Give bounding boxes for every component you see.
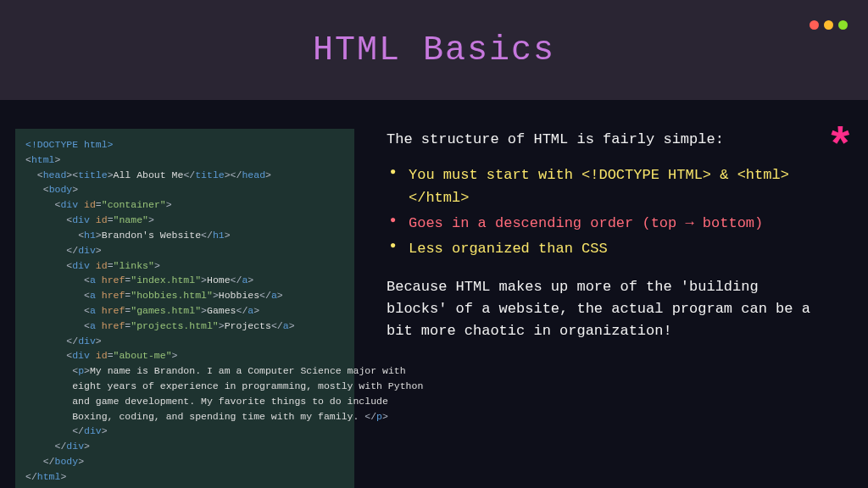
code-tag: div — [78, 336, 96, 347]
code-text: Projects — [225, 320, 271, 331]
code-attr: id — [96, 214, 108, 225]
code-tag: p — [376, 411, 382, 422]
code-attr: id — [96, 260, 108, 271]
asterisk-icon: * — [826, 124, 854, 171]
code-attr: href — [102, 274, 125, 286]
header-bar: HTML Basics — [0, 0, 868, 100]
code-tag: div — [66, 441, 84, 452]
code-tag: title — [195, 169, 225, 180]
code-tag: div — [72, 350, 90, 361]
code-tag: html — [31, 154, 55, 165]
maximize-icon[interactable] — [838, 20, 848, 30]
close-icon[interactable] — [810, 20, 819, 30]
code-tag: h1 — [213, 230, 225, 241]
code-tag: a — [90, 274, 96, 286]
code-tag: body — [55, 456, 79, 467]
code-attr: href — [102, 305, 125, 316]
outro-text: Because HTML makes up more of the 'build… — [387, 276, 819, 343]
code-tag: div — [72, 214, 90, 225]
code-val: "about-me" — [114, 350, 172, 361]
intro-text: The structure of HTML is fairly simple: — [387, 129, 819, 151]
code-tag: div — [72, 260, 90, 271]
code-tag: div — [78, 245, 96, 256]
code-tag: a — [90, 320, 96, 331]
code-val: "games.html" — [131, 305, 201, 316]
list-item: Goes in a descending order (top → bottom… — [387, 213, 819, 235]
code-tag: html — [37, 471, 61, 482]
bullet-list: You must start with <!DOCTYPE HTML> & <h… — [387, 164, 819, 260]
code-val: "container" — [102, 199, 166, 210]
code-text: Home — [207, 274, 231, 286]
code-tag: p — [78, 365, 84, 376]
code-attr: id — [96, 350, 108, 361]
content-area: <!DOCTYPE html> <html> <head><title>All … — [0, 100, 868, 488]
list-item: You must start with <!DOCTYPE HTML> & <h… — [387, 164, 819, 209]
code-tag: h1 — [84, 230, 96, 241]
code-tag: div — [84, 425, 102, 436]
code-tag: head — [242, 169, 265, 180]
code-attr: href — [102, 290, 125, 301]
code-text: Games — [207, 305, 236, 316]
code-text: Hobbies — [219, 290, 259, 301]
code-tag: div — [60, 199, 78, 210]
code-val: "links" — [114, 260, 154, 271]
code-attr: href — [102, 320, 125, 331]
explanation-column: * The structure of HTML is fairly simple… — [387, 129, 853, 488]
code-val: "projects.html" — [131, 320, 219, 331]
code-tag: a — [271, 290, 277, 301]
window-controls — [810, 20, 848, 30]
minimize-icon[interactable] — [824, 20, 833, 30]
code-tag: a — [90, 290, 96, 301]
code-tag: body — [49, 184, 73, 195]
code-tag: title — [78, 169, 108, 180]
code-attr: id — [84, 199, 96, 210]
code-example: <!DOCTYPE html> <html> <head><title>All … — [15, 129, 354, 488]
code-line: <!DOCTYPE html> — [25, 139, 114, 150]
code-text: Brandon's Website — [102, 230, 201, 241]
code-text: All About Me — [114, 169, 184, 180]
code-val: "index.html" — [131, 274, 201, 286]
code-tag: head — [43, 169, 67, 180]
code-tag: a — [283, 320, 289, 331]
code-val: "name" — [114, 214, 148, 225]
code-tag: a — [90, 305, 96, 316]
page-title: HTML Basics — [313, 31, 555, 69]
list-item: Less organized than CSS — [387, 238, 819, 260]
code-val: "hobbies.html" — [131, 290, 213, 301]
